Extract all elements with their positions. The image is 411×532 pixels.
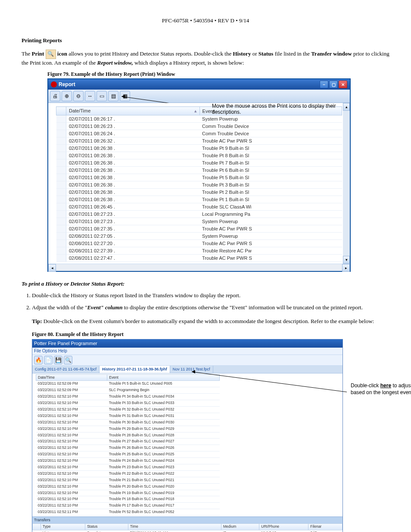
- fit-width-icon[interactable]: ↔: [85, 91, 95, 101]
- table-row[interactable]: 02/07/2011 08:26:38 .Trouble Pt 1 Built-…: [56, 196, 342, 203]
- table-row[interactable]: 02/07/2011 08:26:38 .Trouble Pt 9 Built-…: [56, 145, 342, 152]
- row-selector[interactable]: [56, 247, 66, 255]
- table-row[interactable]: 03/22/2011 02:52:10 PMTrouble Pt 33 Buil…: [36, 400, 220, 407]
- tool-icon-3[interactable]: 💾: [54, 356, 62, 364]
- row-selector[interactable]: [56, 181, 66, 189]
- row-selector[interactable]: [56, 233, 66, 240]
- table-row[interactable]: 02/07/2011 08:26:38 .Trouble Pt 6 Built-…: [56, 167, 342, 174]
- table-row[interactable]: 02/07/2011 08:26:38 .Trouble Pt 8 Built-…: [56, 152, 342, 159]
- scroll-right-button[interactable]: ▸: [342, 264, 350, 272]
- close-button[interactable]: ✕: [339, 81, 347, 88]
- col-datetime[interactable]: Date/Time ▴: [66, 107, 200, 115]
- table-row[interactable]: 02/08/2011 02:27:39 .Trouble Restore AC …: [56, 247, 342, 255]
- col-datetime[interactable]: Date/Time: [36, 374, 107, 381]
- table-row[interactable]: 03/22/2011 02:52:10 PMTrouble Pt 24 Buil…: [36, 458, 220, 464]
- scroll-left-button[interactable]: ◂: [48, 264, 56, 272]
- row-selector[interactable]: [56, 174, 66, 181]
- programmer-titlebar[interactable]: Potter Fire Panel Programmer: [32, 339, 342, 348]
- minimize-button[interactable]: –: [320, 81, 328, 88]
- cell-datetime: 02/07/2011 08:26:38 .: [66, 145, 200, 152]
- transfers-col[interactable]: URI/Phone: [259, 523, 308, 530]
- table-row[interactable]: 03/22/2011 02:52:10 PMTrouble Pt 28 Buil…: [36, 432, 220, 439]
- table-row[interactable]: 03/22/2011 02:52:10 PMTrouble Pt 30 Buil…: [36, 419, 220, 426]
- table-row[interactable]: 03/22/2011 02:52:10 PMTrouble Pt 18 Buil…: [36, 496, 220, 503]
- table-row[interactable]: 03/22/2011 02:52:10 PMTrouble Pt 29 Buil…: [36, 426, 220, 432]
- row-selector[interactable]: [56, 211, 66, 218]
- cell-event: Trouble Pt 2 Built-in Sl: [199, 189, 342, 196]
- transfers-col[interactable]: Time: [128, 523, 221, 530]
- row-selector[interactable]: [56, 196, 66, 203]
- transfers-col[interactable]: Type: [41, 523, 85, 530]
- row-selector[interactable]: [56, 123, 66, 130]
- row-selector[interactable]: [56, 130, 66, 137]
- table-row[interactable]: 03/22/2011 02:52:10 PMTrouble Pt 26 Buil…: [36, 445, 220, 451]
- table-row[interactable]: 03/22/2011 02:52:10 PMTrouble Pt 22 Buil…: [36, 470, 220, 477]
- table-row[interactable]: 02/07/2011 08:27:23 .System Powerup: [56, 218, 342, 225]
- cell: 7/21/2011 11:18:41 AM: [128, 530, 221, 532]
- programmer-menubar[interactable]: File Options Help: [32, 348, 342, 355]
- tab-config[interactable]: Config 2011-07-21 11-06-45-74.fpcf: [32, 366, 100, 373]
- table-row[interactable]: 02/07/2011 08:27:35 .Trouble AC Pwr PWR …: [56, 225, 342, 233]
- scroll-up-button[interactable]: ▴: [343, 103, 350, 111]
- zoom-in-icon[interactable]: ⊕: [62, 91, 72, 101]
- table-row[interactable]: 03/22/2011 02:52:10 PMTrouble Pt 31 Buil…: [36, 413, 220, 419]
- tool-icon-1[interactable]: 🔥: [34, 356, 43, 364]
- table-row[interactable]: 02/07/2011 08:26:38 .Trouble Pt 5 Built-…: [56, 174, 342, 181]
- table-row[interactable]: 03/22/2011 02:52:10 PMTrouble Pt 32 Buil…: [36, 406, 220, 413]
- table-row[interactable]: 02/08/2011 02:27:05 .System Powerup: [56, 233, 342, 240]
- table-row[interactable]: 03/22/2011 02:52:10 PMTrouble Pt 20 Buil…: [36, 483, 220, 490]
- table-row[interactable]: 03/22/2011 02:52:11 PMTrouble Pt 52 Buil…: [36, 509, 220, 516]
- table-row[interactable]: 02/07/2011 08:26:38 .Trouble Pt 7 Built-…: [56, 159, 342, 167]
- table-row[interactable]: 02/07/2011 08:26:23 .Comm Trouble Device: [56, 123, 342, 130]
- table-row[interactable]: 03/22/2011 02:52:10 PMTrouble Pt 21 Buil…: [36, 477, 220, 483]
- row-selector[interactable]: [56, 218, 66, 225]
- print-magnify-icon[interactable]: 🔍: [64, 356, 72, 364]
- table-row[interactable]: 03/22/2011 02:52:10 PMTrouble Pt 25 Buil…: [36, 451, 220, 458]
- row-selector[interactable]: [56, 137, 66, 145]
- row-selector[interactable]: [56, 255, 66, 262]
- table-row[interactable]: 02/07/2011 08:26:32 .Trouble AC Pwr PWR …: [56, 137, 342, 145]
- tab-history[interactable]: History 2011-07-21 11-18-39-36.fphf: [100, 366, 170, 373]
- table-row[interactable]: 02/08/2011 02:27:20 .Trouble AC Pwr PWR …: [56, 240, 342, 247]
- cell-datetime: 03/22/2011 02:52:10 PM: [36, 426, 107, 432]
- vertical-scrollbar[interactable]: ▴ ▾: [343, 103, 350, 264]
- print-icon[interactable]: 🖨: [50, 91, 60, 101]
- scroll-down-button[interactable]: ▾: [343, 256, 350, 264]
- row-selector[interactable]: [56, 115, 66, 123]
- table-row[interactable]: 02/07/2011 08:26:24 .Comm Trouble Device: [56, 130, 342, 137]
- row-selector[interactable]: [56, 240, 66, 247]
- transfers-col[interactable]: Status: [85, 523, 128, 530]
- cell-event: Trouble Pt 27 Built-in SLC Unused P027: [107, 439, 220, 445]
- row-selector[interactable]: [56, 203, 66, 211]
- table-row[interactable]: 02/07/2011 08:26:38 .Trouble Pt 3 Built-…: [56, 181, 342, 189]
- page-setup-icon[interactable]: ▤: [108, 91, 118, 101]
- transfers-col[interactable]: Filenar: [308, 523, 342, 530]
- transfers-col[interactable]: Medium: [221, 523, 259, 530]
- maximize-button[interactable]: ▢: [329, 81, 338, 88]
- row-selector[interactable]: [56, 189, 66, 196]
- table-row[interactable]: 02/07/2011 08:26:38 .Trouble Pt 2 Built-…: [56, 189, 342, 196]
- table-row[interactable]: 03/22/2011 02:52:10 PMTrouble Pt 34 Buil…: [36, 394, 220, 400]
- cell: IP: [221, 530, 259, 532]
- report-titlebar[interactable]: Report – ▢ ✕: [48, 79, 350, 90]
- row-selector[interactable]: [56, 159, 66, 167]
- row-selector[interactable]: [56, 152, 66, 159]
- table-row[interactable]: 02/08/2011 02:27:47 .Trouble AC Pwr PWR …: [56, 255, 342, 262]
- table-row[interactable]: 03/22/2011 02:52:10 PMTrouble Pt 19 Buil…: [36, 490, 220, 496]
- table-row[interactable]: 03/22/2011 02:52:10 PMTrouble Pt 23 Buil…: [36, 464, 220, 471]
- row-selector-header: [56, 107, 66, 115]
- horizontal-scrollbar[interactable]: ◂ ▸: [48, 264, 350, 271]
- cell-event: Trouble Pt 24 Built-in SLC Unused P024: [107, 458, 220, 464]
- row-selector[interactable]: [56, 225, 66, 233]
- row-selector[interactable]: [56, 167, 66, 174]
- table-row[interactable]: 02/07/2011 08:26:45 .Trouble SLC ClassA …: [56, 203, 342, 211]
- table-row[interactable]: 02/07/2011 08:26:17 .System Powerup: [56, 115, 342, 123]
- table-row[interactable]: ▸HistoryComplete7/21/2011 11:18:41 AMIP1…: [33, 530, 342, 532]
- table-row[interactable]: 03/22/2011 02:52:10 PMTrouble Pt 17 Buil…: [36, 503, 220, 509]
- row-selector[interactable]: [56, 145, 66, 152]
- tool-icon-2[interactable]: 📄: [44, 356, 53, 364]
- zoom-out-icon[interactable]: ⊖: [73, 91, 84, 101]
- full-page-icon[interactable]: ▭: [97, 91, 107, 101]
- table-row[interactable]: 02/07/2011 08:27:23 .Local Programming P…: [56, 211, 342, 218]
- table-row[interactable]: 03/22/2011 02:52:10 PMTrouble Pt 27 Buil…: [36, 439, 220, 445]
